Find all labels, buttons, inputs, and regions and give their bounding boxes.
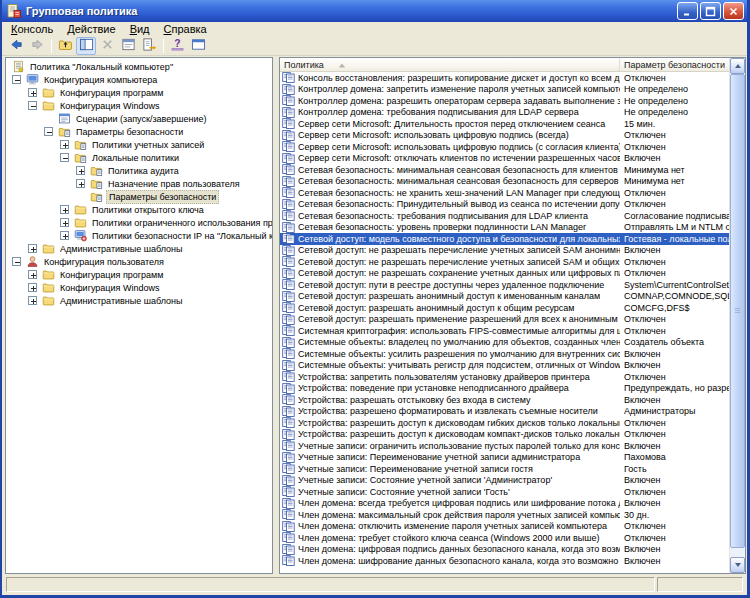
list-row[interactable]: Сетевая безопасность: уровень проверки п… [280,222,729,234]
list-row[interactable]: Член домена: максимальный срок действия … [280,509,729,521]
scrollbar-track[interactable] [730,74,745,557]
help-button[interactable]: ? [167,37,187,55]
back-button[interactable] [6,37,26,55]
tree-expander-plus[interactable] [60,205,69,214]
tree-item[interactable]: Политика "Локальный компьютер" [6,60,272,73]
list-row[interactable]: Сервер сети Microsoft: использовать цифр… [280,141,729,153]
tree-item[interactable]: Назначение прав пользователя [6,177,272,190]
list-row[interactable]: Сервер сети Microsoft: использовать цифр… [280,130,729,142]
list-row[interactable]: Сетевая безопасность: не хранить хеш-зна… [280,187,729,199]
tree-expander-minus[interactable] [60,153,69,162]
list-row[interactable]: Член домена: всегда требуется цифровая п… [280,498,729,510]
menu-item-4[interactable]: Справка [157,22,214,37]
tree-item[interactable]: Локальные политики [6,151,272,164]
scrollbar-thumb[interactable] [730,74,745,548]
list-row[interactable]: Системная криптография: использовать FIP… [280,325,729,337]
scroll-down-button[interactable] [730,557,745,573]
list-row[interactable]: Сетевой доступ: не разрешать перечислени… [280,245,729,257]
list-row[interactable]: Учетные записи: Состояние учетной записи… [280,475,729,487]
tree-item[interactable]: Конфигурация Windows [6,281,272,294]
list-row[interactable]: Учетные записи: ограничить использование… [280,440,729,452]
list-row[interactable]: Учетные записи: Переименование учетной з… [280,463,729,475]
new-window-button[interactable] [188,37,208,55]
tree-item[interactable]: Сценарии (запуск/завершение) [6,112,272,125]
list-row[interactable]: Учетные записи: Состояние учетной записи… [280,486,729,498]
menu-item-2[interactable]: Действие [60,22,122,37]
list-row[interactable]: Контроллер домена: запретить изменение п… [280,84,729,96]
list-row[interactable]: Сетевая безопасность: минимальная сеансо… [280,176,729,188]
list-row[interactable]: Сетевая безопасность: Принудительный выв… [280,199,729,211]
list-row[interactable]: Сетевой доступ: не разрешать сохранение … [280,268,729,280]
list-row[interactable]: Устройства: разрешить доступ к дисковода… [280,417,729,429]
list-row[interactable]: Член домена: отключить изменение пароля … [280,521,729,533]
column-header-security-setting[interactable]: Параметр безопасности [620,58,729,71]
tree-expander-plus[interactable] [60,140,69,149]
tree-expander-plus[interactable] [28,283,37,292]
list-row[interactable]: Сетевая безопасность: минимальная сеансо… [280,164,729,176]
close-button[interactable] [723,2,744,20]
tree-expander-plus[interactable] [60,231,69,240]
tree-item[interactable]: Конфигурация программ [6,268,272,281]
list-row[interactable]: Устройства: запретить пользователям уста… [280,371,729,383]
list-row[interactable]: Сетевой доступ: разрешать применение раз… [280,314,729,326]
list-row[interactable]: Член домена: шифрование данных безопасно… [280,555,729,567]
tree-expander-minus[interactable] [28,101,37,110]
tree-expander-plus[interactable] [60,218,69,227]
list-row[interactable]: Сетевой доступ: модель совместного досту… [280,233,729,245]
maximize-button[interactable] [700,2,721,20]
tree-item[interactable]: Политики открытого ключа [6,203,272,216]
tree-item[interactable]: Административные шаблоны [6,294,272,307]
list-row[interactable]: Член домена: требует стойкого ключа сеан… [280,532,729,544]
list-row[interactable]: Устройства: разрешить доступ к дисковода… [280,429,729,441]
tree-item[interactable]: Конфигурация программ [6,86,272,99]
tree-item[interactable]: Конфигурация компьютера [6,73,272,86]
scroll-up-button[interactable] [730,58,745,74]
tree-item[interactable]: Параметры безопасности [6,125,272,138]
properties-button[interactable] [118,37,138,55]
tree-expander-plus[interactable] [76,179,85,188]
list-row[interactable]: Сетевой доступ: разрешать анонимный дост… [280,291,729,303]
column-header-policy[interactable]: Политика [280,58,620,71]
list-row[interactable]: Сервер сети Microsoft: отключать клиенто… [280,153,729,165]
tree-item[interactable]: Конфигурация пользователя [6,255,272,268]
list-row[interactable]: Контроллер домена: требования подписыван… [280,107,729,119]
list-row[interactable]: Сетевой доступ: пути в реестре доступны … [280,279,729,291]
tree-expander-minus[interactable] [12,257,21,266]
list-row[interactable]: Контроллер домена: разрешить операторам … [280,95,729,107]
menu-item-3[interactable]: Вид [123,22,157,37]
list-row[interactable]: Сервер сети Microsoft: Длительность прос… [280,118,729,130]
tree-item[interactable]: Параметры безопасности [6,190,272,203]
tree-expander-plus[interactable] [28,270,37,279]
tree-item[interactable]: Конфигурация Windows [6,99,272,112]
tree-item[interactable]: Политики безопасности IP на "Локальный к… [6,229,272,242]
list-row[interactable]: Консоль восстановления: разрешить копиро… [280,72,729,84]
list-row[interactable]: Учетные записи: Переименование учетной з… [280,452,729,464]
tree-item[interactable]: Политики ограниченного использования про… [6,216,272,229]
list-row[interactable]: Системные объекты: учитывать регистр для… [280,360,729,372]
list-row[interactable]: Сетевой доступ: разрешать анонимный дост… [280,302,729,314]
tree-item[interactable]: Административные шаблоны [6,242,272,255]
tree-item[interactable]: Политики учетных записей [6,138,272,151]
up-one-level-button[interactable] [55,37,75,55]
list-row[interactable]: Системные объекты: владелец по умолчанию… [280,337,729,349]
tree-expander-plus[interactable] [28,244,37,253]
tree-expander-plus[interactable] [28,88,37,97]
menu-item-1[interactable]: Консоль [4,22,60,37]
vertical-scrollbar[interactable] [729,58,745,573]
list-row[interactable]: Системные объекты: усилить разрешения по… [280,348,729,360]
tree-expander-plus[interactable] [76,166,85,175]
tree-expander-plus[interactable] [28,296,37,305]
export-list-button[interactable] [139,37,159,55]
list-row[interactable]: Сетевая безопасность: требования подписы… [280,210,729,222]
tree-expander-minus[interactable] [44,127,53,136]
list-row[interactable]: Член домена: цифровая подпись данных без… [280,544,729,556]
tree-item[interactable]: Политика аудита [6,164,272,177]
list-row[interactable]: Устройства: разрешено форматировать и из… [280,406,729,418]
list-row[interactable]: Устройства: поведение при установке непо… [280,383,729,395]
list-row[interactable]: Устройства: разрешать отстыковку без вхо… [280,394,729,406]
list-row[interactable]: Сетевой доступ: не разрешать перечислени… [280,256,729,268]
titlebar[interactable]: Групповая политика [2,0,747,22]
show-hide-console-tree-button[interactable] [76,37,96,55]
tree-expander-minus[interactable] [12,75,21,84]
minimize-button[interactable] [677,2,698,20]
